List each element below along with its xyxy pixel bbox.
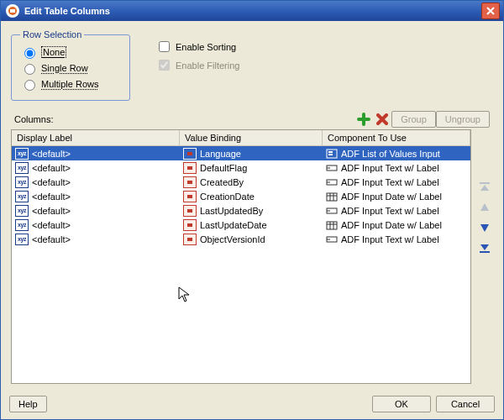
header-display-label[interactable]: Display Label	[12, 130, 180, 145]
svg-rect-4	[328, 151, 333, 153]
value-binding-text: ObjectVersionId	[200, 234, 265, 244]
component-icon	[326, 234, 338, 244]
radio-single-row[interactable]	[24, 64, 35, 75]
binding-icon	[183, 148, 197, 160]
value-binding-text: CreatedBy	[200, 177, 244, 187]
move-down-button[interactable]	[477, 220, 492, 235]
svg-rect-17	[187, 209, 192, 213]
radio-none[interactable]	[24, 48, 35, 59]
svg-rect-6	[187, 166, 192, 170]
table-row[interactable]: xyz<default>LastUpdatedByADF Input Text …	[12, 203, 470, 218]
header-component[interactable]: Component To Use	[323, 130, 470, 145]
move-up-button[interactable]	[477, 200, 492, 215]
titlebar: Edit Table Columns	[1, 1, 503, 21]
display-label-text: <default>	[32, 149, 71, 159]
move-bottom-button[interactable]	[477, 240, 492, 255]
svg-rect-12	[187, 195, 192, 198]
ungroup-button[interactable]: Ungroup	[436, 111, 490, 128]
component-icon	[326, 149, 338, 159]
table-row[interactable]: xyz<default>DefaultFlagADF Input Text w/…	[12, 160, 470, 175]
dialog-window: Edit Table Columns Row Selection None Si…	[0, 0, 504, 420]
enable-filtering-label: Enable Filtering	[176, 60, 239, 71]
plus-icon	[357, 113, 370, 126]
window-title: Edit Table Columns	[24, 6, 110, 16]
table-row[interactable]: xyz<default>LanguageADF List of Values I…	[12, 146, 470, 160]
columns-label: Columns:	[14, 114, 53, 124]
svg-rect-25	[187, 238, 192, 241]
ok-button[interactable]: OK	[372, 396, 431, 412]
columns-grid: Display Label Value Binding Component To…	[11, 129, 471, 384]
binding-icon	[183, 162, 197, 174]
grid-body: xyz<default>LanguageADF List of Values I…	[12, 146, 470, 383]
display-label-text: <default>	[32, 177, 71, 187]
grid-header: Display Label Value Binding Component To…	[12, 130, 470, 146]
component-icon	[326, 220, 338, 230]
binding-icon	[183, 205, 197, 217]
component-text: ADF Input Date w/ Label	[341, 220, 442, 230]
display-label-text: <default>	[32, 220, 71, 230]
cancel-button[interactable]: Cancel	[436, 396, 495, 412]
component-text: ADF Input Date w/ Label	[341, 192, 442, 202]
component-text: ADF Input Text w/ Label	[341, 177, 439, 187]
component-text: ADF List of Values Input	[341, 149, 440, 159]
label-type-icon: xyz	[15, 162, 29, 174]
label-type-icon: xyz	[15, 148, 29, 160]
value-binding-text: DefaultFlag	[200, 163, 247, 173]
radio-none-label[interactable]: None	[41, 46, 66, 58]
svg-rect-9	[187, 181, 192, 184]
row-selection-group: Row Selection None Single Row Multiple R…	[11, 29, 130, 101]
component-icon	[326, 177, 338, 187]
enable-filtering-checkbox	[159, 60, 170, 71]
display-label-text: <default>	[32, 163, 71, 173]
label-type-icon: xyz	[15, 176, 29, 188]
binding-icon	[183, 234, 197, 245]
enable-sorting-checkbox[interactable]	[159, 41, 170, 52]
component-icon	[326, 206, 338, 216]
group-button[interactable]: Group	[391, 111, 436, 128]
value-binding-text: Language	[200, 149, 241, 159]
radio-multiple-rows-label[interactable]: Multiple Rows	[41, 79, 98, 89]
arrow-up-icon	[478, 201, 491, 214]
value-binding-text: LastUpdatedBy	[200, 206, 263, 216]
table-row[interactable]: xyz<default>CreatedByADF Input Text w/ L…	[12, 175, 470, 189]
arrow-top-icon	[478, 181, 491, 194]
binding-icon	[183, 191, 197, 202]
label-type-icon: xyz	[15, 191, 29, 202]
component-icon	[326, 163, 338, 173]
dialog-footer: Help OK Cancel	[1, 389, 503, 419]
component-icon	[326, 192, 338, 202]
radio-multiple-rows[interactable]	[24, 80, 35, 91]
table-row[interactable]: xyz<default>ObjectVersionIdADF Input Tex…	[12, 232, 470, 246]
app-icon	[6, 4, 19, 18]
value-binding-text: CreationDate	[200, 192, 255, 202]
binding-icon	[183, 176, 197, 188]
table-row[interactable]: xyz<default>CreationDateADF Input Date w…	[12, 189, 470, 203]
row-selection-legend: Row Selection	[20, 29, 84, 39]
table-row[interactable]: xyz<default>LastUpdateDateADF Input Date…	[12, 218, 470, 232]
remove-column-button[interactable]	[375, 112, 390, 127]
svg-rect-5	[328, 154, 333, 155]
svg-rect-1	[10, 9, 15, 13]
delete-x-icon	[376, 113, 388, 125]
close-icon	[486, 7, 495, 15]
component-text: ADF Input Text w/ Label	[341, 206, 439, 216]
svg-rect-21	[327, 222, 337, 229]
binding-icon	[183, 219, 197, 231]
header-value-binding[interactable]: Value Binding	[180, 130, 323, 145]
label-type-icon: xyz	[15, 234, 29, 245]
move-top-button[interactable]	[477, 180, 492, 195]
arrow-down-icon	[478, 221, 491, 234]
value-binding-text: LastUpdateDate	[200, 220, 267, 230]
radio-single-row-label[interactable]: Single Row	[41, 63, 88, 73]
display-label-text: <default>	[32, 192, 71, 202]
component-text: ADF Input Text w/ Label	[341, 163, 439, 173]
svg-rect-13	[327, 193, 337, 201]
help-button[interactable]: Help	[9, 396, 47, 412]
arrow-bottom-icon	[478, 241, 491, 255]
label-type-icon: xyz	[15, 219, 29, 231]
add-column-button[interactable]	[356, 112, 371, 127]
close-button[interactable]	[481, 3, 500, 19]
component-text: ADF Input Text w/ Label	[341, 234, 439, 244]
enable-sorting-label[interactable]: Enable Sorting	[176, 42, 236, 52]
display-label-text: <default>	[32, 234, 71, 244]
